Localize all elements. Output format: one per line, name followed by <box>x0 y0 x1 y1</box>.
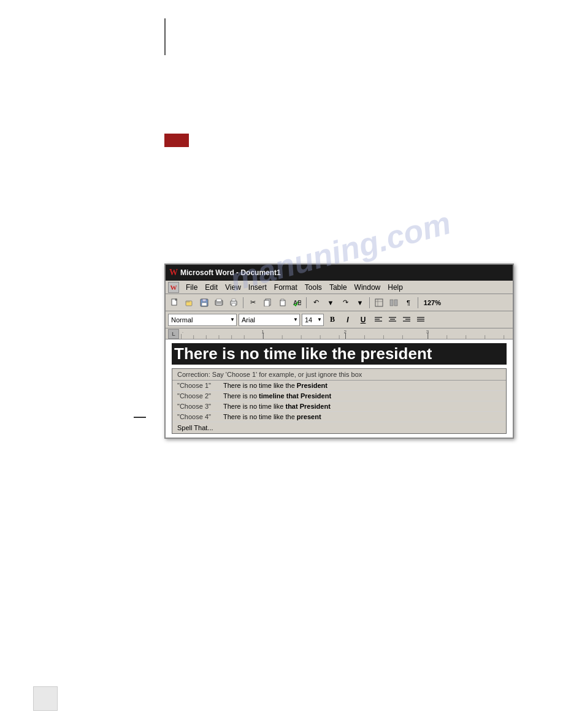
svg-rect-22 <box>394 300 397 306</box>
svg-rect-21 <box>390 300 393 306</box>
document-area[interactable]: There is no time like the president Corr… <box>166 339 513 438</box>
autocorrect-item-3[interactable]: "Choose 3" There is no time like that Pr… <box>172 401 506 412</box>
size-dropdown-arrow: ▼ <box>317 317 322 322</box>
standard-toolbar: ✂ ABC ↶ ▼ ↷ ▼ ¶ 127% <box>166 294 513 311</box>
ruler: L · 1 <box>166 328 513 339</box>
formatting-toolbar: Normal ▼ Arial ▼ 14 ▼ B I U <box>166 311 513 328</box>
svg-text:3: 3 <box>426 329 429 335</box>
bold-button[interactable]: B <box>326 314 339 326</box>
menu-tools[interactable]: Tools <box>302 282 325 292</box>
vertical-line <box>164 18 166 55</box>
menu-window[interactable]: Window <box>351 282 384 292</box>
choice-text-2: There is no timeline that President <box>223 392 331 400</box>
print-button[interactable] <box>227 296 240 309</box>
columns-button[interactable] <box>387 296 400 309</box>
choice-text-3: There is no time like that President <box>223 403 331 410</box>
choice-text-4: There is no time like the present <box>223 413 321 420</box>
word-window: W Microsoft Word - Document1 W File Edit… <box>164 264 514 439</box>
menu-help[interactable]: Help <box>385 282 406 292</box>
page-indicator <box>33 686 58 711</box>
alignment-buttons <box>372 314 427 326</box>
style-dropdown[interactable]: Normal ▼ <box>168 314 237 326</box>
menu-format[interactable]: Format <box>271 282 301 292</box>
svg-text:2: 2 <box>343 329 347 335</box>
menu-file[interactable]: File <box>183 282 201 292</box>
toolbar-separator-3 <box>369 297 370 308</box>
open-button[interactable] <box>183 296 196 309</box>
svg-rect-15 <box>280 300 285 306</box>
redo-button[interactable]: ↷ <box>339 296 352 309</box>
toolbar-separator-1 <box>243 297 243 308</box>
align-left-button[interactable] <box>372 314 385 326</box>
save-button[interactable] <box>197 296 211 309</box>
size-dropdown[interactable]: 14 ▼ <box>302 314 324 326</box>
choice-label-2: "Choose 2" <box>177 392 223 400</box>
svg-rect-11 <box>232 299 236 301</box>
autocorrect-item-1[interactable]: "Choose 1" There is no time like the Pre… <box>172 381 506 391</box>
redo-arrow[interactable]: ▼ <box>353 296 367 309</box>
underline-button[interactable]: U <box>356 314 370 326</box>
italic-button[interactable]: I <box>341 314 354 326</box>
word-icon: W <box>169 268 178 278</box>
menu-bar: W File Edit View Insert Format Tools Tab… <box>166 281 513 294</box>
ruler-label: L <box>168 329 179 339</box>
autocorrect-dropdown[interactable]: Correction: Say 'Choose 1' for example, … <box>172 368 507 434</box>
print-preview-button[interactable] <box>212 296 226 309</box>
autocorrect-item-4[interactable]: "Choose 4" There is no time like the pre… <box>172 412 506 422</box>
new-button[interactable] <box>168 296 182 309</box>
svg-rect-18 <box>375 299 383 306</box>
style-dropdown-arrow: ▼ <box>230 317 235 322</box>
choice-label-4: "Choose 4" <box>177 413 223 420</box>
align-justify-button[interactable] <box>414 314 427 326</box>
spell-that-button[interactable]: Spell That... <box>172 422 506 433</box>
svg-rect-14 <box>264 300 269 306</box>
autocorrect-header: Correction: Say 'Choose 1' for example, … <box>172 369 506 381</box>
title-bar: W Microsoft Word - Document1 <box>166 265 513 281</box>
cut-button[interactable]: ✂ <box>246 296 259 309</box>
svg-rect-8 <box>216 299 221 301</box>
window-title: Microsoft Word - Document1 <box>180 268 281 277</box>
choice-label-1: "Choose 1" <box>177 382 223 389</box>
copy-button[interactable] <box>261 296 274 309</box>
size-value: 14 <box>305 316 312 324</box>
word-menu-icon: W <box>168 282 179 293</box>
red-rectangle <box>164 134 189 147</box>
menu-table[interactable]: Table <box>326 282 350 292</box>
undo-arrow[interactable]: ▼ <box>324 296 337 309</box>
zoom-level: 127% <box>421 299 443 306</box>
align-right-button[interactable] <box>400 314 413 326</box>
svg-rect-6 <box>202 303 207 306</box>
autocorrect-item-2[interactable]: "Choose 2" There is no timeline that Pre… <box>172 391 506 401</box>
style-value: Normal <box>171 316 193 324</box>
table-button[interactable] <box>372 296 386 309</box>
svg-rect-5 <box>202 299 206 301</box>
toolbar-separator-2 <box>306 297 307 308</box>
font-dropdown-arrow: ▼ <box>293 317 298 322</box>
font-value: Arial <box>242 316 255 324</box>
undo-button[interactable]: ↶ <box>309 296 323 309</box>
menu-edit[interactable]: Edit <box>202 282 221 292</box>
toolbar-separator-4 <box>418 297 418 308</box>
svg-rect-1 <box>175 299 177 300</box>
spellcheck-button[interactable]: ABC <box>290 296 304 309</box>
ruler-marks: · 1 2 <box>181 328 510 339</box>
align-center-button[interactable] <box>386 314 399 326</box>
document-heading[interactable]: There is no time like the president <box>172 343 507 365</box>
font-dropdown[interactable]: Arial ▼ <box>239 314 300 326</box>
paste-button[interactable] <box>275 296 289 309</box>
svg-text:1: 1 <box>261 329 264 335</box>
choice-label-3: "Choose 3" <box>177 403 223 410</box>
choice-text-1: There is no time like the President <box>223 382 327 389</box>
menu-view[interactable]: View <box>222 282 244 292</box>
svg-rect-9 <box>216 304 221 305</box>
svg-rect-16 <box>281 299 284 301</box>
svg-text:·: · <box>182 330 183 335</box>
svg-rect-3 <box>186 301 190 302</box>
side-marker <box>134 417 146 418</box>
menu-insert[interactable]: Insert <box>245 282 270 292</box>
svg-rect-12 <box>232 303 236 306</box>
show-hide-button[interactable]: ¶ <box>402 296 415 309</box>
